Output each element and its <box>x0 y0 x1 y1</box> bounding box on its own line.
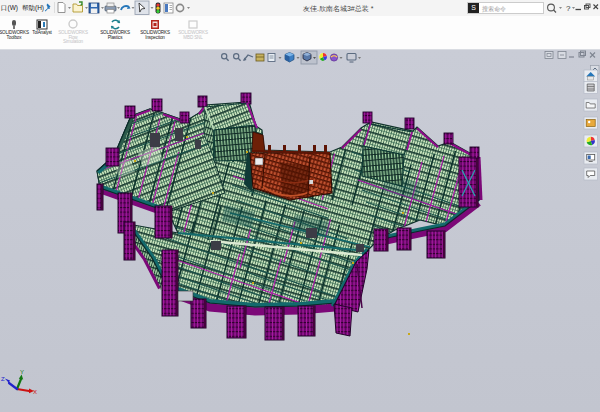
svg-text:X: X <box>33 389 37 395</box>
svg-text:Y: Y <box>20 369 24 375</box>
svg-text:Z: Z <box>1 376 5 382</box>
svg-text:?: ? <box>566 4 571 13</box>
